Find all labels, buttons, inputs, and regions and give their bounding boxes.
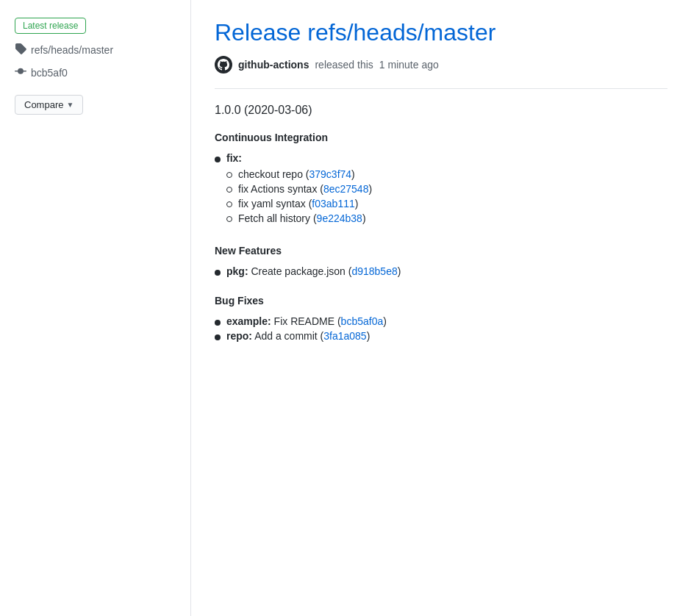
latest-release-badge: Latest release	[15, 18, 86, 34]
sub-item-text: fix Actions syntax (8ec27548)	[238, 183, 372, 195]
sub-list-item: fix yaml syntax (f03ab111)	[226, 198, 372, 209]
list-item-content: pkg: Create package.json (d918b5e8)	[226, 265, 401, 277]
ci-list: fix: checkout repo (379c3f74) fix Action…	[215, 152, 667, 227]
sub-list-item: Fetch all history (9e224b38)	[226, 212, 372, 224]
commit-hash: bcb5af0	[31, 67, 68, 79]
author-link[interactable]: github-actions	[238, 59, 309, 71]
sub-bullet	[226, 216, 232, 222]
ref-row: refs/heads/master	[15, 43, 113, 57]
bullet-dot	[215, 334, 221, 340]
released-text: released this	[315, 59, 373, 71]
time-ago: 1 minute ago	[379, 59, 439, 71]
item-text: Add a commit (3fa1a085)	[254, 330, 370, 342]
commit-link[interactable]: 9e224b38	[317, 212, 362, 224]
commit-link[interactable]: bcb5af0a	[341, 315, 384, 327]
list-item: pkg: Create package.json (d918b5e8)	[215, 265, 667, 277]
avatar	[215, 56, 232, 74]
compare-label: Compare	[24, 99, 63, 110]
list-item: fix: checkout repo (379c3f74) fix Action…	[215, 152, 667, 227]
list-item-content: example: Fix README (bcb5af0a)	[226, 315, 387, 327]
bullet-dot	[215, 157, 221, 162]
list-item: repo: Add a commit (3fa1a085)	[215, 330, 667, 342]
commit-icon	[15, 65, 26, 80]
sidebar: Latest release refs/heads/master bcb5af0…	[0, 0, 191, 616]
ref-label: refs/heads/master	[31, 44, 113, 56]
features-list: pkg: Create package.json (d918b5e8)	[215, 265, 667, 277]
commit-link[interactable]: f03ab111	[312, 198, 354, 209]
list-item: example: Fix README (bcb5af0a)	[215, 315, 667, 327]
item-label: fix:	[226, 152, 242, 164]
release-body: 1.0.0 (2020-03-06) Continuous Integratio…	[215, 88, 667, 342]
item-label: example:	[226, 315, 271, 327]
item-text: Create package.json (d918b5e8)	[251, 265, 401, 277]
item-text: Fix README (bcb5af0a)	[274, 315, 387, 327]
section-title-bugfixes: Bug Fixes	[215, 295, 667, 307]
main-content: Release refs/heads/master github-actions…	[191, 0, 691, 616]
item-label: repo:	[226, 330, 252, 342]
sub-item-text: checkout repo (379c3f74)	[238, 168, 355, 180]
list-item-content: fix: checkout repo (379c3f74) fix Action…	[226, 152, 372, 227]
sub-item-text: fix yaml syntax (f03ab111)	[238, 198, 358, 209]
version-line: 1.0.0 (2020-03-06)	[215, 104, 667, 117]
sub-list-item: fix Actions syntax (8ec27548)	[226, 183, 372, 195]
commit-link[interactable]: 8ec27548	[323, 183, 369, 195]
item-label: pkg:	[226, 265, 248, 277]
compare-button[interactable]: Compare ▼	[15, 95, 83, 115]
release-meta: github-actions released this 1 minute ag…	[215, 56, 667, 74]
sub-bullet	[226, 187, 232, 193]
sub-bullet	[226, 172, 232, 178]
sub-bullet	[226, 201, 232, 207]
commit-link[interactable]: d918b5e8	[351, 265, 397, 277]
section-title-features: New Features	[215, 245, 667, 257]
sub-item-text: Fetch all history (9e224b38)	[238, 212, 366, 224]
list-item-content: repo: Add a commit (3fa1a085)	[226, 330, 370, 342]
sub-list: checkout repo (379c3f74) fix Actions syn…	[226, 168, 372, 224]
commit-row: bcb5af0	[15, 65, 68, 80]
sub-list-item: checkout repo (379c3f74)	[226, 168, 372, 180]
tag-icon	[15, 43, 26, 57]
chevron-down-icon: ▼	[66, 101, 74, 109]
bullet-dot	[215, 320, 221, 326]
bugfixes-list: example: Fix README (bcb5af0a) repo: Add…	[215, 315, 667, 342]
commit-link[interactable]: 3fa1a085	[323, 330, 366, 342]
commit-link[interactable]: 379c3f74	[309, 168, 352, 180]
bullet-dot	[215, 270, 221, 276]
section-title-ci: Continuous Integration	[215, 132, 667, 143]
release-title: Release refs/heads/master	[215, 18, 667, 47]
